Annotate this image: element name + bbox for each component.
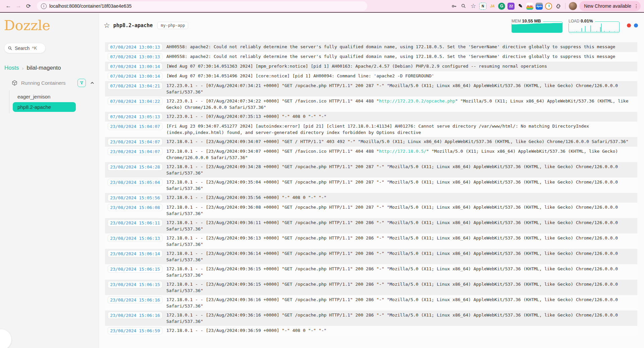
log-url-link[interactable]: http://172.18.0.5/	[379, 149, 426, 154]
pin-star-icon[interactable]: ☆	[104, 21, 110, 29]
log-timestamp: 07/08/2024 13:05:13	[108, 113, 162, 120]
log-row: 23/08/2024 15:06:15 172.18.0.1 - - [23/A…	[105, 280, 637, 295]
log-message: 172.18.0.1 - - [23/Aug/2024:09:36:11 +00…	[166, 219, 635, 232]
container-item-eager_jemison[interactable]: eager_jemison	[13, 92, 95, 101]
log-message: 172.18.0.1 - - [23/Aug/2024:09:36:16 +00…	[166, 296, 635, 309]
log-timestamp: 23/08/2024 15:04:07	[108, 148, 162, 155]
log-message: AH00558: apache2: Could not reliably det…	[166, 53, 615, 60]
log-message: 172.18.0.1 - - [23/Aug/2024:09:36:08 +00…	[166, 204, 635, 217]
log-message: 172.18.0.1 - - [23/Aug/2024:09:34:07 +00…	[166, 138, 629, 145]
extension-6pm-icon[interactable]: 6pm	[536, 3, 543, 10]
toolbar-divider	[565, 3, 566, 9]
address-bar[interactable]: i localhost:8080/container/18f03ae4e635	[37, 1, 367, 11]
mem-value: 10.55 MB	[522, 18, 541, 23]
log-row: 07/08/2024 13:00:14 [Wed Aug 07 07:30:14…	[105, 71, 637, 81]
dozzle-logo[interactable]: Dozzle	[4, 17, 99, 33]
extension-pen-icon[interactable]: ✎	[517, 3, 524, 10]
package-icon	[11, 80, 18, 86]
corner-floating-button[interactable]	[0, 329, 11, 348]
chrome-update-pill[interactable]: New Chrome available ⋮	[579, 1, 641, 11]
back-icon[interactable]: ←	[3, 1, 13, 11]
log-message: 172.18.0.1 - - [23/Aug/2024:09:36:15 +00…	[166, 281, 635, 294]
log-timestamp: 23/08/2024 15:06:14	[108, 250, 162, 257]
log-timestamp: 23/08/2024 15:06:16	[108, 296, 162, 303]
container-item-php8.2-apache[interactable]: php8.2-apache	[13, 102, 76, 112]
log-row: 07/08/2024 13:00:13 AH00558: apache2: Co…	[105, 52, 637, 62]
search-input[interactable]: Search ^K	[4, 43, 46, 53]
extension-ja-icon[interactable]: JA	[489, 3, 496, 10]
zoom-icon[interactable]	[460, 2, 467, 10]
log-row: 23/08/2024 15:06:59 172.18.0.1 - - [23/A…	[105, 326, 637, 336]
log-message: 172.18.0.1 - - [23/Aug/2024:09:36:15 +00…	[166, 266, 635, 278]
container-title: php8.2-apache	[113, 22, 153, 28]
extension-n-icon[interactable]: N	[479, 3, 486, 10]
extension-clock-icon[interactable]	[545, 3, 552, 10]
site-info-icon[interactable]: i	[41, 3, 47, 9]
stderr-toggle-dot[interactable]	[627, 23, 631, 27]
forward-icon[interactable]: →	[13, 1, 23, 11]
log-message: 172.18.0.1 - - [23/Aug/2024:09:34:07 +00…	[166, 148, 635, 161]
log-row: 07/08/2024 13:00:13 AH00558: apache2: Co…	[105, 42, 637, 52]
log-timestamp: 07/08/2024 13:00:14	[108, 63, 162, 70]
extension-calendar-icon[interactable]: 22	[507, 3, 515, 10]
running-containers-label: Running Containers	[21, 80, 74, 86]
log-url-link[interactable]: http://172.23.0.2/opcache.php	[379, 98, 455, 103]
load-value: 0.01%	[581, 18, 593, 23]
main-panel: ☆ php8.2-apache my-php-app MEM 10.55 MB …	[99, 13, 644, 348]
log-row: 23/08/2024 15:04:07 172.18.0.1 - - [23/A…	[105, 147, 637, 162]
reload-icon[interactable]: ⟳	[23, 1, 34, 11]
log-timestamp: 23/08/2024 15:06:15	[108, 266, 162, 273]
log-row: 07/08/2024 13:05:13 172.23.0.1 - - [07/A…	[105, 112, 637, 122]
collapse-chevron-icon[interactable]	[90, 81, 95, 85]
extension-grammarly-icon[interactable]: G	[498, 3, 505, 10]
stdout-toggle-dot[interactable]	[634, 23, 638, 27]
log-timestamp: 23/08/2024 15:05:56	[108, 194, 162, 201]
log-timestamp: 23/08/2024 15:04:07	[108, 123, 162, 130]
log-message: 172.23.0.1 - - [07/Aug/2024:07:34:22 +00…	[166, 98, 635, 111]
password-key-icon[interactable]	[450, 2, 458, 10]
url-text[interactable]: localhost:8080/container/18f03ae4e635	[49, 3, 131, 9]
log-row: 23/08/2024 15:05:04 172.18.0.1 - - [23/A…	[105, 178, 637, 193]
log-message: 172.23.0.1 - - [07/Aug/2024:07:35:13 +00…	[166, 113, 326, 120]
log-row: 23/08/2024 15:06:16 172.18.0.1 - - [23/A…	[105, 310, 637, 326]
log-timestamp: 23/08/2024 15:06:08	[108, 204, 162, 211]
extension-rum-icon[interactable]: RUM	[526, 3, 533, 10]
log-row: 07/08/2024 13:04:21 172.23.0.1 - - [07/A…	[105, 81, 637, 96]
container-badge: my-php-app	[157, 22, 188, 29]
log-timestamp: 23/08/2024 15:06:15	[108, 281, 162, 288]
log-timestamp: 23/08/2024 15:04:28	[108, 163, 162, 170]
profile-avatar[interactable]	[569, 2, 577, 10]
load-label: LOAD 0.01%	[569, 18, 595, 23]
log-message: 172.18.0.1 - - [23/Aug/2024:09:36:13 +00…	[166, 235, 635, 248]
log-row: 23/08/2024 15:04:07 [Fri Aug 23 09:34:07…	[105, 122, 637, 137]
breadcrumb-separator-icon: ›	[22, 65, 23, 71]
log-viewer[interactable]: 07/08/2024 13:00:13 AH00558: apache2: Co…	[99, 38, 644, 348]
extensions-puzzle-icon[interactable]	[554, 2, 562, 10]
search-placeholder: Search	[15, 46, 30, 51]
dozzle-app: Dozzle Search ^K Hosts › bilal-magento R…	[0, 13, 644, 348]
log-timestamp: 23/08/2024 15:04:07	[108, 138, 162, 145]
mem-gauge: MEM 10.55 MB	[512, 21, 562, 33]
log-message: 172.18.0.1 - - [23/Aug/2024:09:36:59 +00…	[166, 327, 326, 334]
log-row: 23/08/2024 15:06:13 172.18.0.1 - - [23/A…	[105, 233, 637, 249]
log-message: [Wed Aug 07 07:30:14.051363 2024] [mpm_p…	[166, 63, 547, 69]
log-row: 07/08/2024 13:00:14 [Wed Aug 07 07:30:14…	[105, 62, 637, 71]
load-gauge: LOAD 0.01%	[569, 21, 620, 33]
log-row: 23/08/2024 15:04:28 172.18.0.1 - - [23/A…	[105, 162, 637, 178]
log-row: 23/08/2024 15:04:07 172.18.0.1 - - [23/A…	[105, 137, 637, 147]
log-message: 172.18.0.1 - - [23/Aug/2024:09:36:16 +00…	[166, 312, 635, 325]
log-timestamp: 07/08/2024 13:04:21	[108, 82, 162, 89]
filter-button[interactable]	[77, 79, 86, 87]
log-message: 172.18.0.1 - - [23/Aug/2024:09:35:56 +00…	[166, 194, 326, 201]
log-row: 23/08/2024 15:06:15 172.18.0.1 - - [23/A…	[105, 264, 637, 280]
breadcrumb-hosts-link[interactable]: Hosts	[4, 65, 19, 71]
log-timestamp: 23/08/2024 15:05:04	[108, 179, 162, 186]
container-header: ☆ php8.2-apache my-php-app MEM 10.55 MB …	[99, 13, 644, 38]
search-shortcut: ^K	[32, 46, 37, 51]
log-row: 23/08/2024 15:05:56 172.18.0.1 - - [23/A…	[105, 193, 637, 203]
log-row: 23/08/2024 15:06:08 172.18.0.1 - - [23/A…	[105, 203, 637, 218]
log-message: 172.18.0.1 - - [23/Aug/2024:09:35:04 +00…	[166, 179, 635, 192]
bookmark-star-icon[interactable]: ☆	[470, 2, 477, 10]
log-timestamp: 23/08/2024 15:06:16	[108, 312, 162, 319]
menu-kebab-icon[interactable]: ⋮	[634, 3, 639, 9]
